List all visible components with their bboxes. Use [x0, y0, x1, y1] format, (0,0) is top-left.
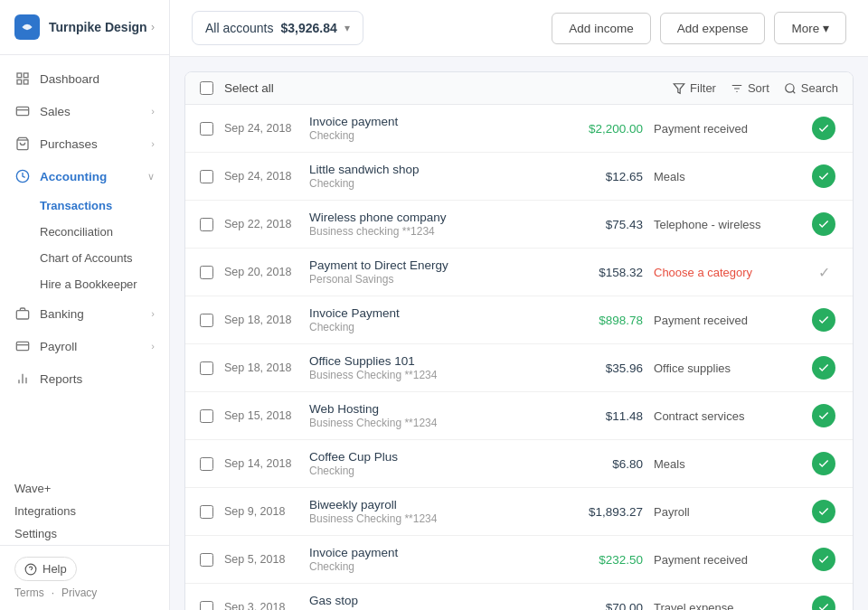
search-button[interactable]: Search	[784, 81, 838, 95]
account-selector[interactable]: All accounts $3,926.84 ▾	[192, 11, 363, 45]
banking-icon	[14, 305, 31, 322]
add-income-button[interactable]: Add income	[552, 13, 650, 44]
tx-name: Office Supplies 101	[309, 354, 551, 368]
tx-name: Wireless phone company	[309, 211, 551, 224]
sidebar-item-hire-bookkeeper[interactable]: Hire a Bookkeeper	[40, 271, 169, 297]
tx-name: Invoice payment	[309, 115, 551, 128]
tx-description[interactable]: Office Supplies 101 Business Checking **…	[309, 354, 551, 381]
tx-description[interactable]: Gas stop Checking	[309, 594, 551, 610]
tx-description[interactable]: Little sandwich shop Checking	[309, 163, 551, 190]
row-checkbox-4[interactable]	[200, 314, 213, 327]
row-checkbox-8[interactable]	[200, 505, 213, 519]
tx-date: Sep 22, 2018	[224, 218, 298, 230]
sidebar-item-purchases[interactable]: Purchases ›	[0, 127, 169, 160]
settings-link[interactable]: Settings	[14, 522, 155, 545]
sidebar-bottom: Help Terms · Privacy	[0, 545, 169, 610]
help-label: Help	[42, 562, 67, 576]
payroll-label: Payroll	[40, 340, 77, 353]
status-done-icon	[812, 596, 835, 610]
row-checkbox-6[interactable]	[200, 409, 213, 423]
sidebar-item-banking[interactable]: Banking ›	[0, 297, 169, 330]
more-button[interactable]: More ▾	[774, 12, 846, 44]
filter-button[interactable]: Filter	[673, 81, 716, 95]
banking-label: Banking	[40, 307, 84, 321]
tx-name: Payment to Direct Energy	[309, 258, 551, 272]
transactions-area: Select all Filter Sort Search	[170, 57, 868, 610]
row-checkbox-5[interactable]	[200, 361, 213, 375]
svg-rect-0	[17, 73, 22, 78]
payroll-chevron-icon: ›	[151, 341, 155, 352]
table-row: Sep 9, 2018 Biweekly payroll Business Ch…	[185, 488, 853, 536]
tx-description[interactable]: Web Hosting Business Checking **1234	[309, 402, 551, 429]
sidebar-logo[interactable]: Turnpike Design ›	[0, 0, 169, 55]
status-pending-icon: ✓	[812, 260, 835, 284]
row-checkbox-0[interactable]	[200, 122, 213, 136]
help-button[interactable]: Help	[14, 557, 77, 581]
tx-category: Contract services	[654, 409, 798, 423]
table-row: Sep 14, 2018 Coffee Cup Plus Checking $6…	[185, 440, 853, 488]
status-done-icon	[812, 356, 835, 380]
purchases-chevron-icon: ›	[151, 138, 155, 149]
tx-amount: $12.65	[561, 170, 643, 183]
row-checkbox-2[interactable]	[200, 218, 213, 231]
sidebar-item-dashboard[interactable]: Dashboard	[0, 62, 169, 95]
tx-status	[809, 500, 838, 523]
tx-name: Little sandwich shop	[309, 163, 551, 176]
table-actions: Filter Sort Search	[673, 81, 838, 95]
reports-icon	[14, 371, 31, 387]
tx-status	[809, 548, 838, 571]
wave-plus-link[interactable]: Wave+	[14, 477, 155, 500]
tx-account: Checking	[309, 129, 551, 142]
tx-description[interactable]: Invoice Payment Checking	[309, 306, 551, 333]
svg-point-16	[786, 83, 794, 91]
sidebar-item-sales[interactable]: Sales ›	[0, 95, 169, 127]
tx-description[interactable]: Coffee Cup Plus Checking	[309, 450, 551, 477]
tx-name: Invoice payment	[309, 546, 551, 559]
payroll-icon	[14, 338, 31, 354]
row-checkbox-1[interactable]	[200, 170, 213, 183]
tx-category[interactable]: Choose a category	[654, 266, 798, 279]
tx-description[interactable]: Invoice payment Checking	[309, 115, 551, 142]
sidebar-bottom-links: Terms · Privacy	[14, 587, 155, 599]
sidebar-item-reports[interactable]: Reports	[0, 362, 169, 395]
sidebar-item-transactions[interactable]: Transactions	[40, 192, 169, 219]
company-name: Turnpike Design	[49, 20, 147, 34]
tx-amount: $1,893.27	[561, 505, 643, 519]
tx-category: Payroll	[654, 505, 798, 519]
table-row: Sep 15, 2018 Web Hosting Business Checki…	[185, 392, 853, 440]
row-checkbox-7[interactable]	[200, 457, 213, 471]
tx-account: Checking	[309, 560, 551, 573]
tx-account: Business Checking **1234	[309, 369, 551, 381]
main-content: All accounts $3,926.84 ▾ Add income Add …	[170, 0, 868, 610]
row-checkbox-3[interactable]	[200, 266, 213, 279]
select-all-checkbox[interactable]	[200, 81, 213, 95]
tx-description[interactable]: Biweekly payroll Business Checking **123…	[309, 498, 551, 525]
sidebar-item-reconciliation[interactable]: Reconciliation	[40, 219, 169, 245]
tx-name: Invoice Payment	[309, 306, 551, 320]
tx-description[interactable]: Payment to Direct Energy Personal Saving…	[309, 258, 551, 286]
svg-rect-8	[16, 342, 28, 350]
add-expense-button[interactable]: Add expense	[660, 13, 766, 44]
tx-description[interactable]: Invoice payment Checking	[309, 546, 551, 573]
tx-description[interactable]: Wireless phone company Business checking…	[309, 211, 551, 238]
tx-amount: $70.00	[561, 601, 643, 611]
terms-link[interactable]: Terms	[14, 587, 44, 599]
sidebar-item-chart-of-accounts[interactable]: Chart of Accounts	[40, 245, 169, 271]
row-checkbox-10[interactable]	[200, 601, 213, 611]
sort-button[interactable]: Sort	[731, 81, 769, 95]
sidebar: Turnpike Design › Dashboard Sales › Purc…	[0, 0, 170, 610]
row-checkbox-9[interactable]	[200, 553, 213, 567]
tx-account: Business checking **1234	[309, 225, 551, 238]
tx-category: Office supplies	[654, 361, 798, 375]
svg-rect-1	[24, 73, 28, 78]
integrations-link[interactable]: Integrations	[14, 500, 155, 522]
svg-marker-15	[674, 83, 684, 93]
reports-label: Reports	[40, 372, 82, 386]
account-name: All accounts	[205, 21, 273, 35]
tx-status	[809, 596, 838, 610]
privacy-link[interactable]: Privacy	[61, 587, 97, 599]
sidebar-item-accounting[interactable]: Accounting ∨	[0, 160, 169, 192]
table-row: Sep 18, 2018 Invoice Payment Checking $8…	[185, 296, 853, 344]
sidebar-item-payroll[interactable]: Payroll ›	[0, 330, 169, 362]
more-chevron-icon: ▾	[823, 22, 829, 35]
